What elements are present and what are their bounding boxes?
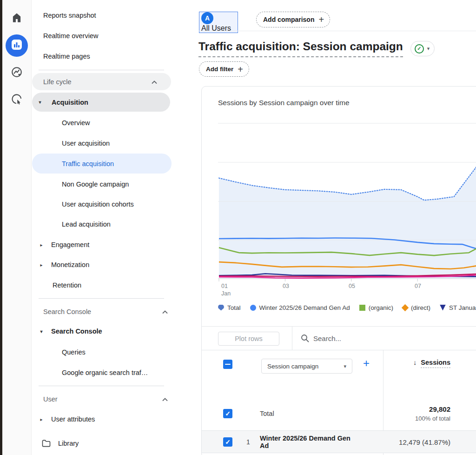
triangle-right-icon: ▸ xyxy=(38,262,45,268)
select-all-checkbox[interactable] xyxy=(223,360,232,369)
toolbar-divider xyxy=(292,327,292,350)
home-nav-button[interactable] xyxy=(6,7,28,30)
explore-icon xyxy=(11,66,23,80)
table-header-row: Session campaign ▾ + ↓ Sessions xyxy=(202,350,476,396)
search-icon xyxy=(300,334,310,345)
bar-chart-icon xyxy=(11,39,23,53)
chevron-up-icon xyxy=(152,78,157,86)
advertising-icon xyxy=(11,93,23,107)
row-campaign-name: Winter 2025/26 Demand Gen Ad xyxy=(260,435,355,449)
sidebar-group-engagement[interactable]: ▸ Engagement xyxy=(38,239,89,251)
dimension-selector[interactable]: Session campaign ▾ xyxy=(261,359,352,374)
traffic-acquisition-card: Sessions by Session campaign over time 0… xyxy=(201,86,476,455)
report-status-menu[interactable]: ✓ ▾ xyxy=(410,41,435,56)
sort-descending-icon: ↓ xyxy=(413,359,416,366)
sessions-column-header[interactable]: ↓ Sessions xyxy=(383,359,450,366)
triangle-down-icon: ▾ xyxy=(37,100,43,105)
sidebar-item-reports-snapshot[interactable]: Reports snapshot xyxy=(43,9,96,22)
sidebar-item-non-google-campaign[interactable]: Non Google campaign xyxy=(62,178,129,190)
sidebar-item-user-acquisition-cohorts[interactable]: User acquisition cohorts xyxy=(62,198,134,210)
total-sessions-cell: 29,802 100% of total xyxy=(383,405,450,422)
folder-icon xyxy=(42,440,51,447)
audience-chip-all-users[interactable]: A All Users xyxy=(199,12,238,33)
sidebar-item-user-acquisition[interactable]: User acquisition xyxy=(62,137,110,149)
add-filter-button[interactable]: Add filter + xyxy=(199,61,249,77)
total-pin-marker-icon xyxy=(218,305,224,311)
page-title: Traffic acquisition: Session campaign xyxy=(198,40,403,57)
legend-item-direct[interactable]: (direct) xyxy=(403,304,430,311)
sidebar-item-traffic-acquisition-selected[interactable]: Traffic acquisition xyxy=(32,154,172,174)
x-tick-jan: Jan xyxy=(221,290,231,297)
reports-sidebar: Reports snapshot Realtime overview Realt… xyxy=(32,0,201,455)
app-rail xyxy=(2,0,32,455)
caret-down-icon: ▾ xyxy=(344,363,346,369)
audience-avatar: A xyxy=(201,12,213,24)
sidebar-group-acquisition[interactable]: ▾ Acquisition xyxy=(32,93,170,112)
add-dimension-button[interactable]: + xyxy=(363,357,370,370)
row-1-checkbox[interactable]: ✓ xyxy=(223,437,232,447)
chart-title: Sessions by Session campaign over time xyxy=(218,99,350,107)
x-tick-03: 03 xyxy=(283,283,289,289)
x-tick-07: 07 xyxy=(415,283,421,289)
x-tick-05: 05 xyxy=(349,283,355,289)
collection-header-search-console[interactable]: Search Console xyxy=(43,305,178,319)
triangle-right-icon: ▸ xyxy=(38,242,45,248)
sessions-over-time-chart: 01 Jan 03 05 07 xyxy=(218,117,476,298)
caret-down-icon: ▾ xyxy=(427,46,430,52)
total-row-label: Total xyxy=(260,410,274,417)
sidebar-group-search-console[interactable]: ▾ Search Console xyxy=(38,325,102,337)
sidebar-group-monetization[interactable]: ▸ Monetization xyxy=(38,259,89,271)
sidebar-item-library[interactable]: Library xyxy=(42,436,79,450)
triangle-marker-icon xyxy=(440,305,446,311)
triangle-down-icon: ▾ xyxy=(38,329,45,334)
table-toolbar: Plot rows xyxy=(202,326,476,350)
sidebar-divider xyxy=(39,298,164,299)
legend-item-winter-demand-gen[interactable]: Winter 2025/26 Demand Gen Ad xyxy=(250,304,350,311)
sidebar-item-overview[interactable]: Overview xyxy=(62,117,90,129)
table-total-row: ✓ Total 29,802 100% of total xyxy=(202,396,476,431)
circle-marker-icon xyxy=(250,305,256,311)
x-tick-01: 01 xyxy=(221,283,228,289)
diamond-marker-icon xyxy=(402,304,409,311)
sidebar-divider xyxy=(39,70,164,70)
square-marker-icon xyxy=(359,305,365,311)
triangle-right-icon: ▸ xyxy=(38,417,45,422)
advertising-nav-button[interactable] xyxy=(6,89,28,111)
sidebar-item-retention[interactable]: Retention xyxy=(53,279,81,291)
explore-nav-button[interactable] xyxy=(6,62,28,84)
sidebar-item-google-organic-search[interactable]: Google organic search traf… xyxy=(62,367,148,379)
chevron-up-icon xyxy=(162,308,168,315)
plot-rows-button[interactable]: Plot rows xyxy=(218,332,279,346)
table-search-input[interactable] xyxy=(313,331,453,345)
add-comparison-button[interactable]: Add comparison + xyxy=(256,12,330,27)
sidebar-item-lead-acquisition[interactable]: Lead acquisition xyxy=(62,218,111,230)
legend-item-total[interactable]: Total xyxy=(218,304,241,311)
header-divider xyxy=(199,31,476,31)
sidebar-group-user-attributes[interactable]: ▸ User attributes xyxy=(38,413,95,425)
reports-nav-button[interactable] xyxy=(6,34,28,57)
sidebar-item-queries[interactable]: Queries xyxy=(62,346,86,358)
plus-icon: + xyxy=(238,65,243,74)
check-circle-icon: ✓ xyxy=(415,44,424,54)
home-icon xyxy=(11,12,23,26)
total-row-checkbox[interactable]: ✓ xyxy=(223,409,232,418)
table-row: ✓ 1 Winter 2025/26 Demand Gen Ad 12,479 … xyxy=(202,431,476,453)
legend-item-organic[interactable]: (organic) xyxy=(359,304,393,311)
sidebar-item-realtime-overview[interactable]: Realtime overview xyxy=(43,29,98,42)
sidebar-item-realtime-pages[interactable]: Realtime pages xyxy=(43,50,90,63)
row-sessions-cell: 12,479 (41.87%) xyxy=(383,438,450,446)
plus-icon: + xyxy=(318,15,324,24)
chart-legend: Total Winter 2025/26 Demand Gen Ad (orga… xyxy=(218,301,476,314)
chevron-up-icon xyxy=(162,395,168,403)
collection-header-life-cycle[interactable]: Life cycle xyxy=(32,73,171,90)
row-index: 1 xyxy=(246,438,250,446)
sidebar-divider xyxy=(39,386,164,386)
collection-header-user[interactable]: User xyxy=(43,392,178,406)
legend-item-st-january[interactable]: ST Janua xyxy=(440,304,476,311)
